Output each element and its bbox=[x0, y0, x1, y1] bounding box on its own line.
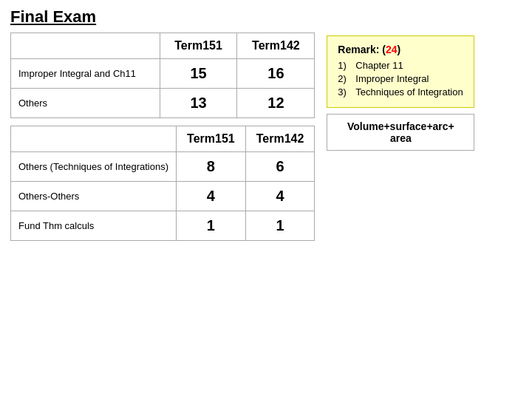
remark-item1-text: Chapter 11 bbox=[355, 60, 403, 71]
page-title: Final Exam bbox=[0, 0, 532, 33]
table-row: Others 13 12 bbox=[11, 89, 315, 118]
table1-row1-term142: 16 bbox=[237, 59, 315, 89]
table2-row1-term151: 8 bbox=[177, 152, 246, 182]
remark-title: Remark: (24) bbox=[338, 44, 463, 55]
remark-item2-num: 2) bbox=[338, 73, 351, 84]
list-item: 1) Chapter 11 bbox=[338, 60, 463, 71]
table2: Term151 Term142 Others (Techniques of In… bbox=[10, 126, 315, 241]
table1-col-term151: Term151 bbox=[160, 33, 237, 59]
table2-col-empty bbox=[11, 126, 177, 152]
remark-box: Remark: (24) 1) Chapter 11 2) Improper I… bbox=[327, 35, 474, 108]
remark-item3-num: 3) bbox=[338, 86, 351, 98]
table1-row1-label: Improper Integral and Ch11 bbox=[11, 59, 160, 89]
table2-col-term151: Term151 bbox=[177, 126, 246, 152]
remark-label: Remark: ( bbox=[338, 44, 386, 55]
right-section: Remark: (24) 1) Chapter 11 2) Improper I… bbox=[327, 33, 474, 241]
table1-row2-term142: 12 bbox=[237, 89, 315, 118]
remark-label-end: ) bbox=[398, 44, 401, 55]
remark-list: 1) Chapter 11 2) Improper Integral 3) Te… bbox=[338, 60, 463, 98]
table2-row3-term142: 1 bbox=[245, 211, 315, 241]
list-item: 2) Improper Integral bbox=[338, 73, 463, 84]
remark-number: 24 bbox=[386, 44, 398, 55]
table2-row1-label: Others (Techniques of Integrations) bbox=[11, 152, 177, 182]
table-row: Fund Thm calculs 1 1 bbox=[11, 211, 315, 241]
table2-row3-label: Fund Thm calculs bbox=[11, 211, 177, 241]
table-row: Others-Others 4 4 bbox=[11, 182, 315, 211]
table-row: Improper Integral and Ch11 15 16 bbox=[11, 59, 315, 89]
table1-col-term142: Term142 bbox=[237, 33, 315, 59]
remark-item1-num: 1) bbox=[338, 60, 351, 71]
remark-item3-text: Techniques of Integration bbox=[355, 86, 463, 98]
table1-row1-term151: 15 bbox=[160, 59, 237, 89]
table2-row3-term151: 1 bbox=[177, 211, 246, 241]
table1-row2-label: Others bbox=[11, 89, 160, 118]
table2-row2-term142: 4 bbox=[245, 182, 315, 211]
volume-box: Volume+surface+arc+area bbox=[327, 114, 474, 151]
table1: Term151 Term142 Improper Integral and Ch… bbox=[10, 33, 315, 118]
table1-col-empty bbox=[11, 33, 160, 59]
table2-col-term142: Term142 bbox=[245, 126, 315, 152]
remark-item2-text: Improper Integral bbox=[355, 73, 429, 84]
list-item: 3) Techniques of Integration bbox=[338, 86, 463, 98]
table2-row1-term142: 6 bbox=[245, 152, 315, 182]
table1-row2-term151: 13 bbox=[160, 89, 237, 118]
table-row: Others (Techniques of Integrations) 8 6 bbox=[11, 152, 315, 182]
left-section: Term151 Term142 Improper Integral and Ch… bbox=[10, 33, 315, 241]
table2-row2-term151: 4 bbox=[177, 182, 246, 211]
table2-row2-label: Others-Others bbox=[11, 182, 177, 211]
